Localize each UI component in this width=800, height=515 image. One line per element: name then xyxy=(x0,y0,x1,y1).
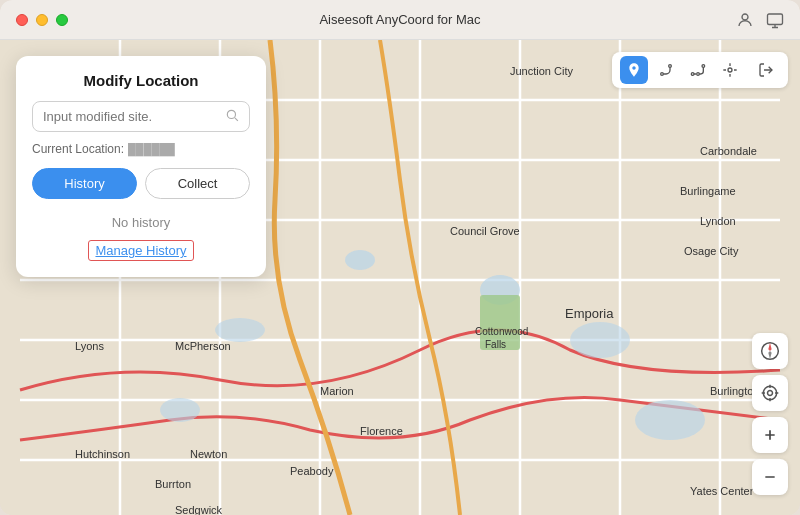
svg-marker-56 xyxy=(768,351,771,359)
collect-tab[interactable]: Collect xyxy=(145,168,250,199)
user-icon[interactable] xyxy=(736,11,754,29)
fullscreen-button[interactable] xyxy=(56,14,68,26)
svg-text:Peabody: Peabody xyxy=(290,465,334,477)
minimize-button[interactable] xyxy=(36,14,48,26)
joystick-button[interactable] xyxy=(716,56,744,84)
svg-point-22 xyxy=(160,398,200,422)
location-pin-button[interactable] xyxy=(620,56,648,84)
search-input[interactable] xyxy=(43,109,225,124)
title-icons xyxy=(736,11,784,29)
map-controls-right xyxy=(752,333,788,495)
svg-text:Florence: Florence xyxy=(360,425,403,437)
svg-point-57 xyxy=(763,386,776,399)
svg-marker-55 xyxy=(768,343,771,351)
svg-line-67 xyxy=(235,118,238,121)
svg-text:Council Grove: Council Grove xyxy=(450,225,520,237)
svg-point-18 xyxy=(345,250,375,270)
app-title: Aiseesoft AnyCoord for Mac xyxy=(319,12,480,27)
svg-text:Cottonwood: Cottonwood xyxy=(475,326,528,337)
close-button[interactable] xyxy=(16,14,28,26)
manage-history-wrapper: Manage History xyxy=(32,240,250,261)
route2-button[interactable] xyxy=(684,56,712,84)
svg-point-51 xyxy=(702,65,705,68)
search-box[interactable] xyxy=(32,101,250,132)
search-icon xyxy=(225,108,239,125)
svg-text:McPherson: McPherson xyxy=(175,340,231,352)
svg-point-20 xyxy=(570,322,630,358)
zoom-out-button[interactable] xyxy=(752,459,788,495)
route1-button[interactable] xyxy=(652,56,680,84)
modify-location-panel: Modify Location Current Location: ██████… xyxy=(16,56,266,277)
title-bar: Aiseesoft AnyCoord for Mac xyxy=(0,0,800,40)
map-controls-top xyxy=(612,52,788,88)
main-area: Junction City Alma Carbondale Burlingame… xyxy=(0,40,800,515)
svg-point-48 xyxy=(669,65,672,68)
svg-point-49 xyxy=(691,73,694,76)
zoom-in-button[interactable] xyxy=(752,417,788,453)
compass-button[interactable] xyxy=(752,333,788,369)
current-location-label: Current Location: xyxy=(32,142,124,156)
traffic-lights xyxy=(16,14,68,26)
svg-text:Yates Center: Yates Center xyxy=(690,485,754,497)
svg-point-58 xyxy=(768,391,773,396)
svg-point-50 xyxy=(697,73,700,76)
svg-point-21 xyxy=(635,400,705,440)
svg-text:Sedgwick: Sedgwick xyxy=(175,504,223,515)
history-tab[interactable]: History xyxy=(32,168,137,199)
svg-text:Hutchinson: Hutchinson xyxy=(75,448,130,460)
manage-history-link[interactable]: Manage History xyxy=(88,240,193,261)
exit-button[interactable] xyxy=(752,56,780,84)
svg-text:Marion: Marion xyxy=(320,385,354,397)
current-location-value: ██████ xyxy=(128,143,175,155)
svg-rect-1 xyxy=(768,14,783,25)
svg-text:Falls: Falls xyxy=(485,339,506,350)
svg-text:Newton: Newton xyxy=(190,448,227,460)
svg-text:Osage City: Osage City xyxy=(684,245,739,257)
svg-point-52 xyxy=(728,68,732,72)
svg-point-0 xyxy=(742,14,748,20)
svg-text:Burrton: Burrton xyxy=(155,478,191,490)
svg-text:Lyndon: Lyndon xyxy=(700,215,736,227)
no-history-text: No history xyxy=(32,215,250,230)
svg-text:Junction City: Junction City xyxy=(510,65,573,77)
svg-point-47 xyxy=(661,73,664,76)
svg-point-19 xyxy=(215,318,265,342)
panel-title: Modify Location xyxy=(32,72,250,89)
target-button[interactable] xyxy=(752,375,788,411)
screen-icon[interactable] xyxy=(766,11,784,29)
current-location-row: Current Location: ██████ xyxy=(32,142,250,156)
svg-text:Burlingame: Burlingame xyxy=(680,185,736,197)
svg-text:Emporia: Emporia xyxy=(565,306,614,321)
tab-buttons: History Collect xyxy=(32,168,250,199)
svg-point-66 xyxy=(227,110,235,118)
svg-text:Lyons: Lyons xyxy=(75,340,104,352)
svg-text:Carbondale: Carbondale xyxy=(700,145,757,157)
